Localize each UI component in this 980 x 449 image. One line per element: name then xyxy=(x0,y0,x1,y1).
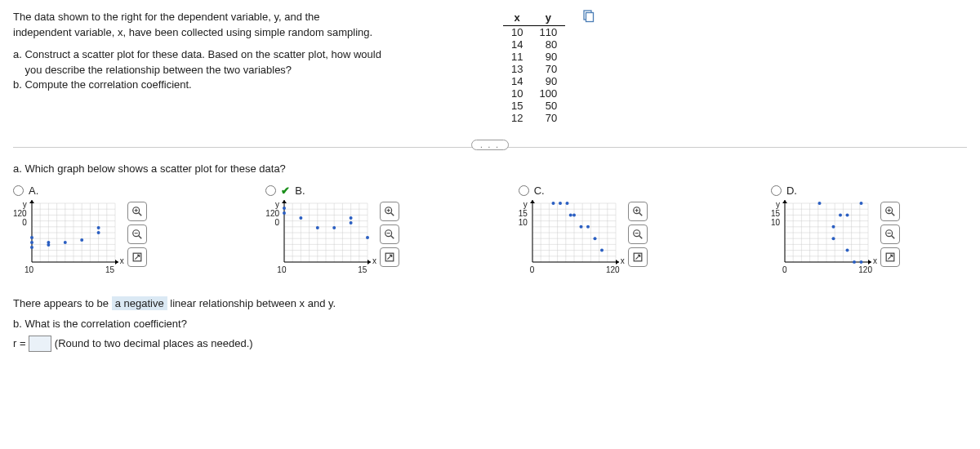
cell-x: 12 xyxy=(503,112,531,124)
y-min-tick: 10 xyxy=(771,218,780,227)
ellipsis-icon[interactable]: . . . xyxy=(471,140,509,150)
svg-marker-155 xyxy=(782,200,787,203)
svg-point-164 xyxy=(860,202,863,205)
svg-point-113 xyxy=(551,202,555,205)
y-min-tick: 10 xyxy=(519,218,528,227)
x-min-tick: 10 xyxy=(277,265,286,274)
svg-point-116 xyxy=(569,213,572,216)
cell-y: 50 xyxy=(531,100,565,112)
svg-point-118 xyxy=(579,225,582,229)
cell-x: 14 xyxy=(503,38,531,51)
cell-x: 15 xyxy=(503,100,531,112)
expand-icon[interactable] xyxy=(628,247,648,267)
zoom-in-icon[interactable] xyxy=(628,202,648,221)
option-D-radio[interactable] xyxy=(771,185,782,196)
r-input[interactable] xyxy=(29,336,51,352)
expand-icon[interactable] xyxy=(380,247,399,267)
intro-line-2: independent variable, x, have been colle… xyxy=(13,25,470,41)
svg-marker-153 xyxy=(868,260,871,265)
cell-x: 11 xyxy=(503,51,531,63)
svg-point-29 xyxy=(30,241,33,244)
svg-line-84 xyxy=(391,236,394,239)
section-divider: . . . xyxy=(13,147,967,148)
option-A-radio[interactable] xyxy=(13,185,24,196)
x-axis-label: x xyxy=(120,256,124,265)
y-min-tick: 0 xyxy=(274,218,279,227)
svg-point-33 xyxy=(63,241,66,244)
svg-point-159 xyxy=(839,213,842,216)
col-y-header: y xyxy=(531,10,565,26)
y-axis-label: y xyxy=(523,200,528,209)
copy-table-icon[interactable] xyxy=(581,10,595,23)
x-min-tick: 0 xyxy=(782,265,787,274)
zoom-out-icon[interactable] xyxy=(380,224,399,244)
relationship-sentence: There appears to be a negative linear re… xyxy=(13,294,967,314)
scatter-plot-C: y 15 10 x 0 120 xyxy=(519,200,625,274)
x-axis-label: x xyxy=(873,256,877,265)
svg-point-78 xyxy=(366,236,369,239)
table-row: 1490 xyxy=(503,75,565,87)
scatter-plot-A: y 120 0 x 10 15 xyxy=(13,200,124,274)
svg-marker-110 xyxy=(616,260,619,265)
intro-line-1: The data shown to the right for the depe… xyxy=(13,10,470,25)
option-A-label: A. xyxy=(29,184,38,197)
expand-icon[interactable] xyxy=(880,247,900,267)
r-answer-line: r = (Round to two decimal places as need… xyxy=(13,334,967,354)
zoom-out-icon[interactable] xyxy=(127,224,147,244)
relationship-suffix: linear relationship between x and y. xyxy=(167,297,336,309)
svg-point-28 xyxy=(30,246,33,249)
table-row: 1270 xyxy=(503,112,565,124)
table-row: 10110 xyxy=(503,26,565,39)
part-a-question: a. Which graph below shows a scatter plo… xyxy=(13,162,967,175)
y-axis-label: y xyxy=(23,200,27,209)
y-min-tick: 0 xyxy=(22,218,27,227)
option-B-radio[interactable] xyxy=(265,185,276,196)
table-row: 10100 xyxy=(503,87,565,100)
option-D-label: D. xyxy=(786,184,797,197)
svg-line-42 xyxy=(138,236,141,239)
svg-marker-70 xyxy=(282,200,287,203)
x-max-tick: 120 xyxy=(858,265,872,274)
zoom-out-icon[interactable] xyxy=(880,224,900,244)
x-max-tick: 15 xyxy=(105,265,114,274)
table-row: 1480 xyxy=(503,38,565,51)
relationship-dropdown[interactable]: a negative xyxy=(112,296,167,310)
svg-point-119 xyxy=(586,225,590,229)
x-max-tick: 15 xyxy=(358,265,367,274)
cell-y: 110 xyxy=(531,26,565,39)
zoom-in-icon[interactable] xyxy=(880,202,900,221)
relationship-prefix: There appears to be xyxy=(13,297,112,309)
svg-marker-25 xyxy=(115,260,118,265)
option-B-label: B. xyxy=(295,184,305,197)
x-axis-label: x xyxy=(621,256,625,265)
task-a-line-2: you describe the relationship between th… xyxy=(13,63,470,78)
x-min-tick: 10 xyxy=(24,265,33,274)
svg-point-36 xyxy=(96,226,100,229)
svg-point-32 xyxy=(47,241,50,244)
check-icon: ✔ xyxy=(281,184,290,197)
svg-point-75 xyxy=(332,226,336,229)
svg-marker-68 xyxy=(368,260,371,265)
option-C-label: C. xyxy=(534,184,545,197)
table-row: 1370 xyxy=(503,63,565,75)
svg-point-157 xyxy=(832,237,835,240)
zoom-out-icon[interactable] xyxy=(628,224,648,244)
option-C-radio[interactable] xyxy=(519,185,529,196)
x-min-tick: 0 xyxy=(530,265,535,274)
task-a-line-1: a. Construct a scatter plot for these da… xyxy=(13,47,470,63)
svg-line-127 xyxy=(639,236,643,239)
cell-y: 90 xyxy=(531,75,565,87)
svg-point-114 xyxy=(559,202,562,205)
svg-point-160 xyxy=(846,249,849,252)
svg-line-170 xyxy=(892,236,895,239)
svg-point-77 xyxy=(350,216,353,220)
zoom-in-icon[interactable] xyxy=(127,202,147,221)
r-prefix: r = xyxy=(13,337,26,349)
expand-icon[interactable] xyxy=(127,247,147,267)
zoom-in-icon[interactable] xyxy=(380,202,399,221)
svg-point-163 xyxy=(860,260,863,264)
svg-point-120 xyxy=(593,237,596,240)
svg-point-115 xyxy=(565,202,568,205)
y-max-tick: 15 xyxy=(519,209,528,218)
cell-x: 14 xyxy=(503,75,531,87)
